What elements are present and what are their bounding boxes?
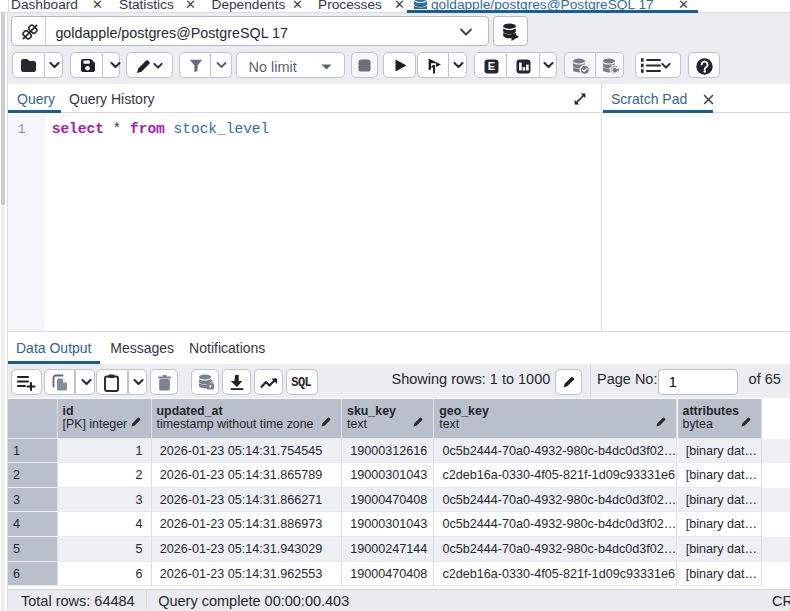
svg-text:E: E (487, 60, 494, 72)
